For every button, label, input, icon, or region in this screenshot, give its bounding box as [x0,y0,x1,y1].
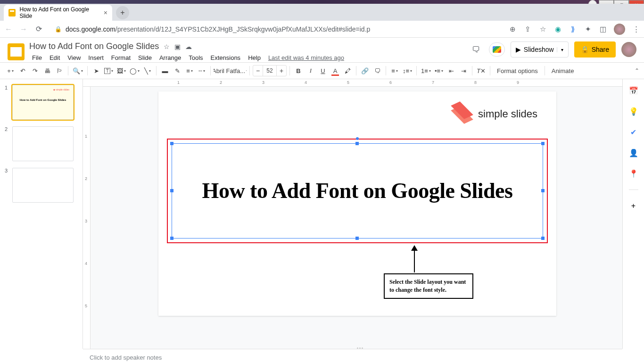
bulleted-list-button[interactable]: •≡ [433,65,445,77]
font-size-input[interactable]: 52 [263,66,277,76]
comments-icon[interactable]: 🗨 [469,42,483,57]
resize-handle-tm[interactable] [355,142,359,145]
google-slides-logo-icon[interactable] [8,43,25,60]
format-options-button[interactable]: Format options [493,67,542,74]
menu-tools[interactable]: Tools [186,53,206,62]
increase-indent-button[interactable]: ⇥ [458,65,469,77]
menu-help[interactable]: Help [245,53,264,62]
extension-grammarly-icon[interactable]: ◉ [553,25,562,33]
menu-view[interactable]: View [65,53,83,62]
align-button[interactable]: ≡ [389,65,400,77]
insert-link-button[interactable]: 🔗 [359,65,371,77]
line-spacing-button[interactable]: ↕≡ [401,65,413,77]
cloud-status-icon[interactable]: ☁ [185,43,192,50]
sidepanel-toggle-icon[interactable]: ◫ [599,25,607,33]
line-button[interactable]: ╲ [142,65,153,77]
textbox-selection[interactable]: How to Add Font on Google Slides [167,139,548,243]
underline-button[interactable]: U [317,65,329,77]
menu-arrange[interactable]: Arrange [157,53,184,62]
tasks-icon[interactable]: ✔ [629,127,638,137]
cast-icon[interactable]: ⟫ [569,25,577,33]
zoom-button[interactable]: 🔍 [71,65,84,77]
paint-format-button[interactable]: 🏳 [54,65,65,77]
vertical-ruler[interactable]: 1 2 3 4 5 [83,87,91,349]
toolbar-collapse-icon[interactable]: ⌃ [635,67,639,74]
resize-handle-mr[interactable] [541,189,545,192]
forward-button[interactable]: → [19,25,28,34]
filmstrip[interactable]: 1 ◆ simple slides How to Add Font on Goo… [0,79,83,349]
maps-icon[interactable]: 📍 [629,169,638,178]
tab-close-icon[interactable]: × [104,9,107,16]
border-color-button[interactable]: ✎ [172,65,183,77]
animate-button[interactable]: Animate [548,67,578,74]
fill-color-button[interactable]: ▬ [159,65,171,77]
select-tool-button[interactable]: ➤ [91,65,102,77]
bold-button[interactable]: B [293,65,304,77]
textbox-button[interactable]: 🅃 [103,65,115,77]
new-slide-button[interactable]: + [5,65,16,77]
slide-thumb-2[interactable]: 2 [0,125,83,162]
resize-handle-ml[interactable] [170,189,173,192]
redo-button[interactable]: ↷ [29,65,41,77]
slide-thumb-1[interactable]: 1 ◆ simple slides How to Add Font on Goo… [0,84,83,121]
extensions-icon[interactable]: ✦ [584,25,592,33]
contacts-icon[interactable]: 👤 [629,148,638,157]
document-title[interactable]: How to Add Font on Google Slides [29,41,159,51]
addons-plus-icon[interactable]: + [629,201,638,211]
menu-file[interactable]: File [29,53,45,62]
reload-button[interactable]: ⟳ [34,25,43,34]
clear-formatting-button[interactable]: T✕ [475,65,487,77]
slide-canvas[interactable]: simple slides How to Add Font on Google … [158,91,556,316]
horizontal-ruler[interactable]: 1 2 3 4 5 6 7 8 9 [83,79,622,87]
title-text[interactable]: How to Add Font on Google Slides [182,153,533,229]
menu-insert[interactable]: Insert [85,53,107,62]
rotate-handle[interactable] [356,137,359,140]
slideshow-button[interactable]: ▶ Slideshow ▾ [511,41,569,58]
slideshow-dropdown-icon[interactable]: ▾ [557,47,563,52]
browser-tab[interactable]: How to Add Font on Google Slide × [4,5,112,21]
slide-thumb-3[interactable]: 3 [0,167,83,204]
print-button[interactable]: 🖶 [41,65,53,77]
share-page-icon[interactable]: ⇪ [523,25,532,33]
meet-button[interactable] [489,42,505,57]
border-dash-button[interactable]: ╌ [196,65,207,77]
decrease-indent-button[interactable]: ⇤ [446,65,457,77]
zoom-icon[interactable]: ⊕ [508,25,517,33]
text-color-button[interactable]: A [330,65,341,77]
move-folder-icon[interactable]: ▣ [174,43,181,50]
bookmark-icon[interactable]: ☆ [538,25,547,33]
highlight-button[interactable]: 🖍 [342,65,353,77]
keep-icon[interactable]: 💡 [629,107,638,116]
new-tab-button[interactable]: + [116,6,129,19]
menu-format[interactable]: Format [108,53,133,62]
italic-button[interactable]: I [305,65,316,77]
resize-handle-tl[interactable] [170,142,173,145]
shape-button[interactable]: ◯ [128,65,141,77]
calendar-icon[interactable]: 📅 [629,86,638,95]
resize-handle-br[interactable] [541,237,545,240]
browser-menu-icon[interactable]: ⋮ [632,25,640,33]
border-weight-button[interactable]: ≡ [184,65,195,77]
menu-edit[interactable]: Edit [47,53,63,62]
resize-handle-tr[interactable] [541,142,545,145]
font-family-dropdown[interactable]: Abril Fatfa... [214,65,247,77]
star-icon[interactable]: ☆ [164,43,170,50]
insert-comment-button[interactable]: 🗨 [372,65,383,77]
share-button[interactable]: 🔒 Share [574,41,616,58]
font-size-increase-button[interactable]: + [277,67,286,74]
canvas[interactable]: 1 2 3 4 5 6 7 8 9 1 2 3 4 5 simple slide… [83,79,622,349]
speaker-notes[interactable]: Click to add speaker notes [83,349,622,362]
resize-handle-bm[interactable] [355,237,359,240]
account-avatar[interactable] [621,42,636,57]
undo-button[interactable]: ↶ [17,65,28,77]
menu-slide[interactable]: Slide [135,53,155,62]
browser-profile-avatar[interactable] [614,24,625,35]
numbered-list-button[interactable]: 1≡ [420,65,432,77]
address-bar[interactable]: 🔒 docs.google.com/presentation/d/12J_S4Y… [49,25,503,33]
last-edit-link[interactable]: Last edit was 4 minutes ago [268,54,344,61]
resize-handle-bl[interactable] [170,237,173,240]
font-size-decrease-button[interactable]: − [253,67,263,74]
menu-extensions[interactable]: Extensions [208,53,244,62]
notes-resize-handle[interactable] [353,347,367,349]
image-button[interactable]: 🖼 [116,65,127,77]
